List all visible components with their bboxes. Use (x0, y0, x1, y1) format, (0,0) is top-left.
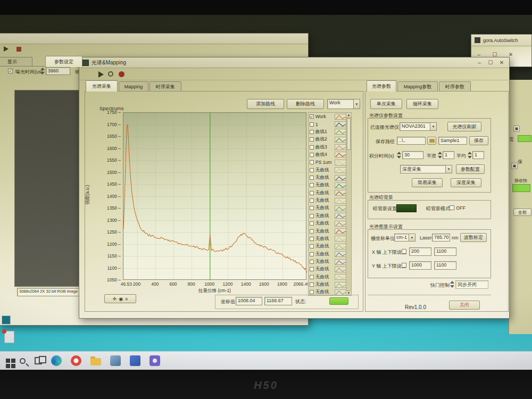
sample-name-field[interactable]: Sample1 (438, 137, 467, 145)
laser-field[interactable]: 785.70 (432, 234, 450, 242)
easy-acquire-button[interactable]: 简易采集 (412, 178, 443, 187)
x-axis-limit-checkbox[interactable] (402, 249, 406, 254)
legend-line-swatch[interactable] (335, 259, 346, 265)
camera-tab-settings[interactable]: 参数设定 (45, 56, 82, 67)
legend-checkbox[interactable] (310, 168, 314, 172)
legend-item[interactable]: 无曲线 (309, 243, 346, 250)
average-field[interactable]: 1 (472, 151, 484, 159)
browse-folder-button[interactable] (427, 137, 436, 145)
legend-checkbox[interactable] (310, 145, 314, 149)
integration-stepper[interactable] (397, 152, 401, 159)
legend-line-swatch[interactable] (335, 251, 346, 257)
abort-icon[interactable] (119, 71, 124, 77)
remove-curve-button[interactable]: 删除曲线 (287, 99, 324, 109)
legend-item[interactable]: 无曲线 (309, 204, 346, 212)
legend-item[interactable]: 无曲线 (309, 197, 346, 204)
y-min-field[interactable]: 1000 (409, 261, 431, 270)
purple-app-icon[interactable] (149, 355, 160, 366)
camera-tab-display[interactable]: 显示 (0, 57, 32, 66)
legend-item[interactable]: 无曲线 (309, 265, 346, 273)
task-view-icon[interactable] (35, 357, 42, 364)
tab-timing-params[interactable]: 时序参数 (439, 81, 471, 92)
legend-item[interactable]: PS 1um (309, 159, 346, 166)
app-close-button[interactable]: 关闭 (449, 301, 480, 310)
dark-bg-mode-checkbox[interactable] (450, 205, 454, 210)
legend-item[interactable]: 无曲线 (309, 220, 346, 227)
legend-line-swatch[interactable] (335, 213, 346, 219)
y-max-field[interactable]: 1100 (434, 261, 456, 270)
exposure-field[interactable]: 3960 (46, 67, 70, 75)
legend-item[interactable]: 无曲线 (309, 212, 346, 220)
legend-line-swatch[interactable] (335, 274, 346, 280)
graph-tools-palette[interactable]: ✛ ◉ ≡ (104, 294, 136, 303)
desktop-icon-2[interactable] (4, 331, 14, 343)
legend-item[interactable]: 无曲线 (309, 281, 346, 288)
add-curve-button[interactable]: 添加曲线 (247, 99, 284, 109)
legend-line-swatch[interactable] (335, 167, 346, 173)
smooth-stepper[interactable] (438, 152, 442, 159)
spectrum-plot[interactable] (123, 112, 306, 280)
legend-checkbox[interactable] (310, 267, 314, 271)
legend-checkbox[interactable] (310, 214, 314, 218)
legend-line-swatch[interactable] (335, 160, 346, 165)
legend-checkbox[interactable] (310, 122, 314, 127)
coord-x-field[interactable]: 1008.04 (236, 297, 262, 305)
legend-line-swatch[interactable] (335, 236, 346, 242)
legend-checkbox[interactable]: ✓ (310, 114, 314, 119)
legend-line-swatch[interactable] (335, 221, 346, 227)
tab-time-series[interactable]: 时序采集 (149, 81, 181, 92)
legend-line-swatch[interactable] (335, 267, 346, 272)
refresh-spectrometer-button[interactable]: 光谱仪刷新 (447, 122, 481, 131)
shutter-field[interactable]: 同步开闭 (455, 280, 488, 289)
legend-item[interactable]: 无曲线 (309, 189, 346, 197)
tab-spectrum-params[interactable]: 光谱参数 (367, 80, 396, 92)
crosshair-icon[interactable]: ✛ (113, 296, 117, 302)
main-titlebar[interactable]: 光谱&Mapping – ☐ ✕ (79, 57, 509, 68)
legend-checkbox[interactable] (310, 183, 314, 187)
run-arrow-icon[interactable] (98, 71, 104, 78)
file-explorer-icon[interactable] (90, 358, 101, 365)
legend-item[interactable]: ✓Work (309, 113, 346, 120)
smooth-field[interactable]: 1 (443, 151, 454, 159)
legend-item[interactable]: 无曲线 (309, 174, 346, 181)
curve-select-combo[interactable]: Work ▼ (327, 99, 360, 109)
legend-checkbox[interactable] (310, 252, 314, 256)
close-button[interactable]: ✕ (497, 60, 506, 65)
mini-toggle-button-2[interactable]: ▣ (511, 163, 518, 169)
acquire-mode-combo[interactable]: 深度采集 ▼ (400, 165, 452, 173)
legend-item[interactable]: 无曲线 (309, 250, 346, 257)
legend-line-swatch[interactable] (335, 244, 346, 250)
legend-line-swatch[interactable] (335, 205, 346, 211)
dark-bg-set-button[interactable] (396, 204, 417, 212)
legend-checkbox[interactable] (310, 244, 314, 248)
save-path-field[interactable]: ..\.. (397, 137, 426, 145)
run-arrow-icon[interactable] (4, 46, 9, 52)
legend-item[interactable]: 曲线2 (309, 136, 346, 143)
legend-line-swatch[interactable] (335, 228, 346, 234)
auto-exposure-checkbox[interactable]: ✓ (8, 69, 13, 73)
legend-line-swatch[interactable] (335, 121, 346, 127)
legend-item[interactable]: 无曲线 (309, 227, 346, 235)
side-button-all[interactable]: 全部 (513, 209, 531, 216)
legend-item[interactable]: 无曲线 (309, 273, 346, 281)
average-stepper[interactable] (468, 152, 472, 159)
legend-line-swatch[interactable] (335, 175, 346, 181)
device-combo[interactable]: NOVA2301 ▼ (400, 122, 437, 131)
legend-line-swatch[interactable] (335, 198, 346, 204)
scrollbar-thumb[interactable] (347, 118, 351, 150)
legend-checkbox[interactable] (310, 290, 314, 294)
start-icon[interactable] (6, 359, 10, 363)
legend-line-swatch[interactable] (335, 152, 346, 157)
blue-app-icon[interactable] (130, 355, 140, 366)
legend-checkbox[interactable] (310, 198, 314, 203)
legend-line-swatch[interactable] (335, 182, 346, 188)
single-acquire-button[interactable]: 单次采集 (370, 99, 402, 109)
loop-acquire-button[interactable]: 循环采集 (406, 99, 438, 109)
legend-checkbox[interactable] (310, 260, 314, 264)
legend-checkbox[interactable] (310, 137, 314, 142)
legend-item[interactable]: 无曲线 (309, 167, 346, 174)
legend-line-swatch[interactable] (335, 282, 346, 288)
shutter-stepper[interactable] (450, 281, 454, 288)
legend-checkbox[interactable] (310, 160, 314, 164)
legend-line-swatch[interactable] (335, 190, 346, 196)
